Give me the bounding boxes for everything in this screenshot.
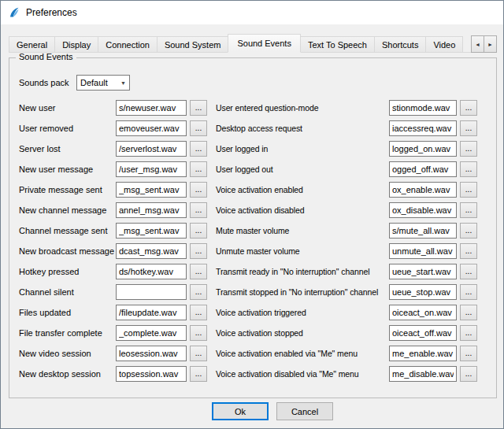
browse-button[interactable]: ... [190, 305, 207, 320]
tab-video[interactable]: Video [425, 36, 463, 53]
sound-event-row: Mute master volume... [216, 220, 477, 241]
browse-button[interactable]: ... [190, 243, 207, 259]
tab-sound-events[interactable]: Sound Events [228, 34, 301, 53]
sound-file-input[interactable] [116, 346, 187, 361]
sound-file-input[interactable] [389, 366, 457, 382]
browse-button[interactable]: ... [460, 161, 477, 177]
sound-event-row: Unmute master volume... [216, 241, 477, 261]
browse-button[interactable]: ... [460, 366, 477, 382]
browse-button[interactable]: ... [190, 120, 207, 136]
browse-button[interactable]: ... [460, 100, 477, 116]
sound-event-label: User removed [19, 124, 116, 133]
browse-button[interactable]: ... [190, 202, 207, 218]
sound-event-label: Server lost [19, 144, 116, 153]
browse-button[interactable]: ... [460, 305, 477, 320]
sound-file-input[interactable] [389, 100, 457, 116]
sound-file-input[interactable] [116, 223, 187, 239]
sound-file-input[interactable] [389, 120, 457, 136]
browse-button[interactable]: ... [190, 223, 207, 239]
sound-event-label: Voice activation disabled via "Me" menu [216, 369, 389, 379]
browse-button[interactable]: ... [190, 346, 207, 361]
sound-event-row: Voice activation triggered... [216, 302, 477, 323]
browse-button[interactable]: ... [460, 243, 477, 259]
sound-event-row: User removed... [19, 118, 207, 139]
browse-button[interactable]: ... [190, 182, 207, 198]
tab-shortcuts[interactable]: Shortcuts [374, 36, 426, 53]
sound-file-input[interactable] [389, 346, 457, 361]
sound-file-input[interactable] [116, 161, 187, 177]
sounds-pack-row: Sounds pack Default ▼ [19, 75, 130, 91]
browse-button[interactable]: ... [460, 325, 477, 341]
sound-file-input[interactable] [389, 243, 457, 259]
sound-file-input[interactable] [116, 141, 187, 157]
sound-file-input[interactable] [116, 366, 187, 382]
sound-event-label: Desktop access request [216, 124, 389, 133]
sound-event-label: Files updated [19, 308, 116, 317]
browse-button[interactable]: ... [460, 223, 477, 239]
sound-file-input[interactable] [116, 120, 187, 136]
tab-connection[interactable]: Connection [98, 36, 158, 53]
ok-button[interactable]: Ok [212, 402, 269, 420]
tab-strip: GeneralDisplayConnectionSound SystemSoun… [9, 34, 497, 53]
tab-display[interactable]: Display [54, 36, 98, 53]
sound-event-row: User logged out... [216, 159, 477, 179]
tab-text-to-speech[interactable]: Text To Speech [300, 36, 375, 53]
browse-button[interactable]: ... [190, 284, 207, 300]
browse-button[interactable]: ... [190, 100, 207, 116]
sound-event-label: Private message sent [19, 185, 116, 194]
tab-scroll-right-button[interactable]: ► [484, 35, 497, 53]
sound-event-label: Channel silent [19, 287, 116, 297]
browse-button[interactable]: ... [190, 366, 207, 382]
sound-file-input[interactable] [116, 243, 187, 259]
sound-file-input[interactable] [116, 305, 187, 320]
sound-events-groupbox: Sound Events Sounds pack Default ▼ New u… [9, 57, 497, 398]
browse-button[interactable]: ... [190, 161, 207, 177]
browse-button[interactable]: ... [460, 202, 477, 218]
sound-file-input[interactable] [116, 182, 187, 198]
browse-button[interactable]: ... [460, 264, 477, 279]
sound-event-label: New desktop session [19, 369, 116, 379]
sound-file-input[interactable] [389, 325, 457, 341]
sounds-pack-value: Default [80, 78, 108, 87]
sound-file-input[interactable] [389, 202, 457, 218]
sound-file-input[interactable] [389, 161, 457, 177]
sound-file-input[interactable] [116, 284, 187, 300]
sound-event-label: New channel message [19, 205, 116, 215]
tab-sound-system[interactable]: Sound System [157, 36, 229, 53]
sounds-pack-select[interactable]: Default ▼ [76, 75, 130, 91]
sound-file-input[interactable] [389, 223, 457, 239]
sound-event-row: User logged in... [216, 139, 477, 159]
browse-button[interactable]: ... [190, 264, 207, 279]
sound-event-row: Voice activation disabled via "Me" menu.… [216, 364, 477, 384]
browse-button[interactable]: ... [460, 284, 477, 300]
sound-file-input[interactable] [389, 264, 457, 279]
sound-event-label: Voice activation enabled [216, 185, 389, 194]
sound-file-input[interactable] [389, 141, 457, 157]
tab-general[interactable]: General [9, 36, 55, 53]
sound-event-row: Voice activation stopped... [216, 323, 477, 343]
sound-file-input[interactable] [116, 264, 187, 279]
tab-scroll-left-button[interactable]: ◄ [471, 35, 484, 53]
sound-file-input[interactable] [116, 100, 187, 116]
sound-event-label: Voice activation stopped [216, 328, 389, 338]
sound-event-row: Desktop access request... [216, 118, 477, 139]
browse-button[interactable]: ... [460, 346, 477, 361]
sound-file-input[interactable] [389, 182, 457, 198]
cancel-button[interactable]: Cancel [276, 402, 333, 420]
sound-event-row: Transmit stopped in "No interruption" ch… [216, 282, 477, 302]
preferences-dialog: Preferences GeneralDisplayConnectionSoun… [0, 0, 504, 429]
sound-file-input[interactable] [389, 305, 457, 320]
browse-button[interactable]: ... [460, 141, 477, 157]
sound-event-row: User entered question-mode... [216, 98, 477, 118]
sound-event-label: User entered question-mode [216, 103, 389, 113]
browse-button[interactable]: ... [190, 325, 207, 341]
sound-file-input[interactable] [116, 202, 187, 218]
browse-button[interactable]: ... [460, 120, 477, 136]
browse-button[interactable]: ... [460, 182, 477, 198]
sound-event-label: Unmute master volume [216, 246, 389, 256]
browse-button[interactable]: ... [190, 141, 207, 157]
sound-event-label: User logged out [216, 165, 389, 174]
sound-event-row: New broadcast message... [19, 241, 207, 261]
sound-file-input[interactable] [116, 325, 187, 341]
sound-file-input[interactable] [389, 284, 457, 300]
